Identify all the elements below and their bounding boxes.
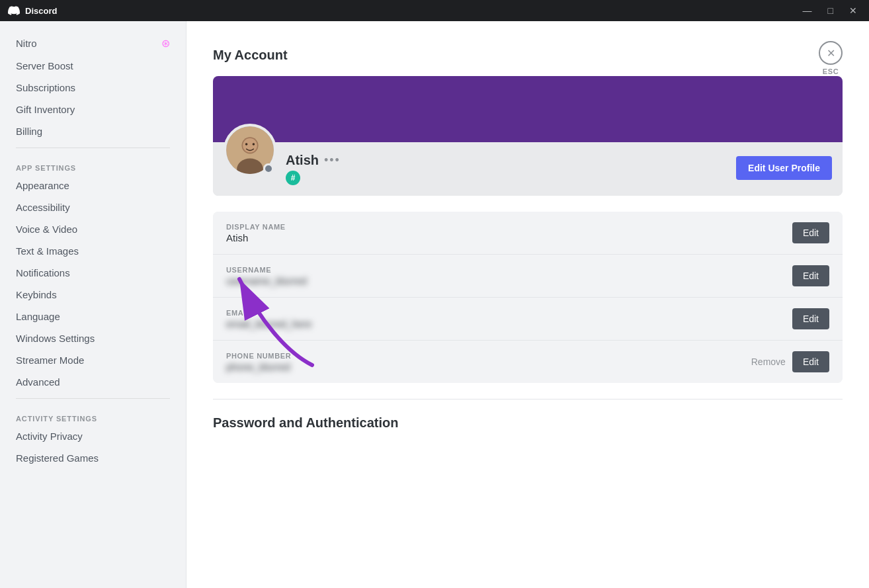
discord-logo-icon (8, 5, 20, 17)
voice-video-label: Voice & Video (16, 224, 77, 235)
activity-privacy-label: Activity Privacy (16, 431, 83, 442)
svg-point-4 (245, 143, 248, 146)
esc-button[interactable]: ✕ (819, 41, 843, 65)
sidebar-item-advanced[interactable]: Advanced (5, 371, 181, 393)
language-label: Language (16, 311, 60, 322)
text-images-label: Text & Images (16, 245, 79, 257)
app-body: Nitro ⊛ Server Boost Subscriptions Gift … (0, 21, 869, 588)
gift-inventory-label: Gift Inventory (16, 104, 75, 115)
profile-username: Atish (286, 153, 319, 168)
profile-username-row: Atish ••• (286, 153, 341, 168)
phone-label: PHONE NUMBER (226, 352, 291, 360)
email-edit-button[interactable]: Edit (792, 308, 829, 329)
sidebar-item-subscriptions[interactable]: Subscriptions (5, 77, 181, 99)
profile-dots: ••• (324, 153, 341, 167)
billing-label: Billing (16, 126, 42, 137)
username-value: username_blurred (226, 275, 307, 286)
phone-remove-button[interactable]: Remove (751, 357, 786, 367)
username-left: USERNAME username_blurred (226, 266, 307, 286)
phone-value: phone_blurred (226, 361, 291, 372)
sidebar-item-language[interactable]: Language (5, 306, 181, 327)
streamer-mode-label: Streamer Mode (16, 355, 84, 366)
phone-edit-button[interactable]: Edit (792, 351, 829, 372)
close-window-button[interactable]: ✕ (845, 4, 861, 17)
sidebar-item-gift-inventory[interactable]: Gift Inventory (5, 99, 181, 120)
nitro-icon: ⊛ (161, 37, 170, 50)
maximize-button[interactable]: □ (824, 4, 837, 17)
profile-badge: # (286, 171, 300, 185)
sidebar: Nitro ⊛ Server Boost Subscriptions Gift … (0, 21, 186, 588)
sidebar-item-billing[interactable]: Billing (5, 120, 181, 142)
sidebar-item-appearance[interactable]: Appearance (5, 175, 181, 196)
display-name-edit-button[interactable]: Edit (792, 222, 829, 243)
display-name-label: DISPLAY NAME (226, 223, 286, 231)
email-left: EMAIL email_blurred_here (226, 309, 311, 329)
keybinds-label: Keybinds (16, 289, 57, 300)
esc-label: ESC (823, 67, 839, 75)
sidebar-item-registered-games[interactable]: Registered Games (5, 447, 181, 469)
sidebar-item-text-images[interactable]: Text & Images (5, 240, 181, 262)
edit-user-profile-button[interactable]: Edit User Profile (736, 156, 832, 180)
username-label: USERNAME (226, 266, 307, 274)
section-divider (213, 399, 843, 399)
sidebar-item-streamer-mode[interactable]: Streamer Mode (5, 349, 181, 371)
activity-settings-label: ACTIVITY SETTINGS (5, 404, 181, 425)
account-fields: DISPLAY NAME Atish Edit USERNAME usernam… (213, 212, 843, 383)
windows-settings-label: Windows Settings (16, 333, 95, 344)
subscriptions-label: Subscriptions (16, 82, 75, 93)
email-actions: Edit (792, 308, 829, 329)
sidebar-divider-1 (16, 147, 170, 148)
page-title: My Account (213, 48, 843, 63)
display-name-field: DISPLAY NAME Atish Edit (213, 212, 843, 255)
app-settings-label: APP SETTINGS (5, 153, 181, 175)
advanced-label: Advanced (16, 376, 60, 388)
avatar-status-indicator (263, 163, 274, 174)
appearance-label: Appearance (16, 180, 69, 191)
notifications-label: Notifications (16, 267, 70, 278)
main-content: ✕ ESC My Account (186, 21, 869, 588)
display-name-actions: Edit (792, 222, 829, 243)
registered-games-label: Registered Games (16, 452, 99, 464)
sidebar-item-activity-privacy[interactable]: Activity Privacy (5, 425, 181, 447)
sidebar-item-accessibility[interactable]: Accessibility (5, 196, 181, 218)
avatar-wrapper (224, 124, 276, 177)
titlebar-left: Discord (8, 5, 57, 17)
profile-name-area: Atish ••• # (286, 153, 341, 185)
username-field: USERNAME username_blurred Edit (213, 255, 843, 298)
profile-banner (213, 76, 843, 142)
profile-info-row: Atish ••• # Edit User Profile (213, 142, 843, 196)
sidebar-item-keybinds[interactable]: Keybinds (5, 284, 181, 306)
titlebar-controls: — □ ✕ (799, 4, 861, 17)
sidebar-item-server-boost[interactable]: Server Boost (5, 55, 181, 77)
sidebar-divider-2 (16, 398, 170, 399)
display-name-value: Atish (226, 232, 286, 243)
profile-card: Atish ••• # Edit User Profile (213, 76, 843, 196)
nitro-label: Nitro (16, 38, 37, 49)
phone-actions: Remove Edit (751, 351, 829, 372)
username-edit-button[interactable]: Edit (792, 265, 829, 286)
profile-avatar-area: Atish ••• # (224, 150, 341, 185)
phone-field: PHONE NUMBER phone_blurred Remove Edit (213, 341, 843, 383)
titlebar: Discord — □ ✕ (0, 0, 869, 21)
sidebar-item-nitro[interactable]: Nitro ⊛ (5, 32, 181, 55)
username-actions: Edit (792, 265, 829, 286)
phone-left: PHONE NUMBER phone_blurred (226, 352, 291, 372)
email-label: EMAIL (226, 309, 311, 317)
email-field: EMAIL email_blurred_here Edit (213, 298, 843, 341)
sidebar-item-windows-settings[interactable]: Windows Settings (5, 327, 181, 349)
password-section-title: Password and Authentication (213, 415, 843, 431)
esc-area: ✕ ESC (819, 41, 843, 75)
minimize-button[interactable]: — (799, 4, 816, 17)
email-value: email_blurred_here (226, 318, 311, 329)
sidebar-item-voice-video[interactable]: Voice & Video (5, 218, 181, 240)
server-boost-label: Server Boost (16, 60, 73, 71)
display-name-left: DISPLAY NAME Atish (226, 223, 286, 243)
svg-point-5 (253, 143, 255, 146)
app-title: Discord (25, 6, 57, 16)
accessibility-label: Accessibility (16, 202, 70, 213)
sidebar-item-notifications[interactable]: Notifications (5, 262, 181, 284)
